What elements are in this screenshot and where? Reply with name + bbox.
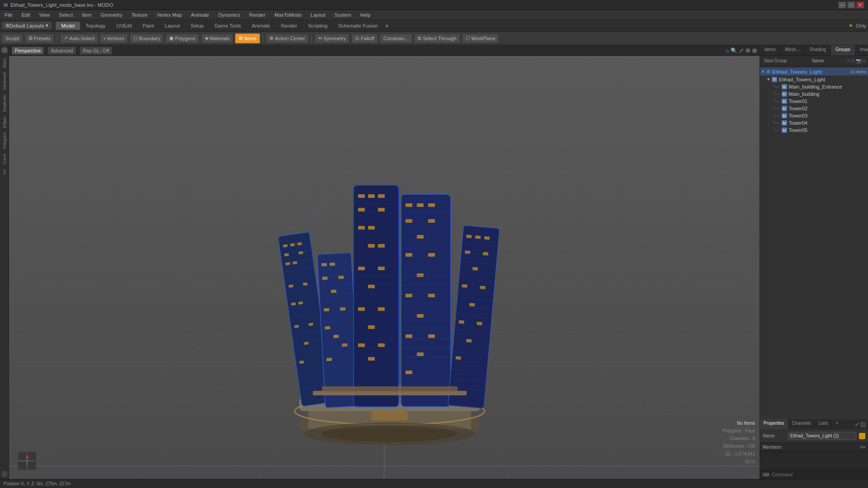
tab-setup[interactable]: Setup	[185, 22, 209, 30]
prop-tab-add[interactable]: +	[832, 419, 842, 429]
tree-group-header[interactable]: ▾ ⊞ Etihad_Towers_Light 21 Items	[760, 68, 868, 75]
left-tab-advanced[interactable]: Advanced	[1, 70, 8, 92]
menu-item[interactable]: Item	[80, 11, 93, 19]
tab-images[interactable]: Images	[855, 45, 868, 56]
left-tab-basic[interactable]: Basic	[1, 56, 8, 70]
viewport-settings-icon[interactable]: ⚙	[745, 47, 750, 54]
menu-help[interactable]: Help	[359, 11, 373, 19]
prop-tab-channels[interactable]: Channels	[788, 419, 815, 429]
panel-icon-1[interactable]: □	[848, 58, 850, 63]
menu-animate[interactable]: Animate	[189, 11, 211, 19]
tab-render[interactable]: Render	[275, 22, 302, 30]
vertices-button[interactable]: • Vertices	[100, 33, 128, 43]
name-prop-yellow-button[interactable]	[859, 433, 865, 439]
svg-text:Y: Y	[26, 452, 28, 454]
menu-vertex-map[interactable]: Vertex Map	[155, 11, 184, 19]
select-through-button[interactable]: ⧉ Select Through	[414, 33, 460, 43]
viewport[interactable]: Perspective Advanced Ray GL: Off ⌂ 🔍 ⤢ ⚙…	[9, 45, 760, 479]
tab-model[interactable]: Model	[56, 22, 80, 30]
tree-item-tower04[interactable]: └─ M Tower04	[760, 119, 868, 127]
advanced-button[interactable]: Advanced	[47, 47, 76, 55]
left-tab-polygons[interactable]: Polygons	[1, 131, 8, 151]
boundary-button[interactable]: ◻ Boundary	[130, 33, 164, 43]
item-type-icon-3: M	[782, 91, 787, 97]
viewport-grid-icon[interactable]: ⊞	[752, 47, 757, 54]
left-tab-deform[interactable]	[4, 322, 5, 325]
menu-select[interactable]: Select	[57, 11, 75, 19]
minimize-button[interactable]: —	[838, 1, 846, 9]
prop-tab-lists[interactable]: Lists	[815, 419, 832, 429]
scene-tree[interactable]: ▾ ⊞ Etihad_Towers_Light 21 Items ▾ G Eti…	[760, 66, 868, 419]
left-tab-uv[interactable]: UV	[1, 167, 8, 177]
tab-layout[interactable]: Layout	[160, 22, 185, 30]
prop-collapse-icon[interactable]: ⬛	[860, 422, 866, 427]
left-panel-toggle[interactable]	[1, 47, 8, 53]
tab-topology[interactable]: Topology	[80, 22, 111, 30]
left-panel-collapse[interactable]	[1, 471, 8, 477]
viewport-zoom-icon[interactable]: ⤢	[739, 47, 744, 54]
presets-button[interactable]: ⊞ Presets	[25, 33, 54, 43]
tab-mesh[interactable]: Mesh...	[780, 45, 805, 56]
new-group-button[interactable]: New Group	[763, 58, 788, 64]
menu-layout[interactable]: Layout	[309, 11, 327, 19]
symmetry-button[interactable]: ⇔ Symmetry	[315, 33, 350, 43]
tab-animate[interactable]: Animate	[246, 22, 275, 30]
viewport-search-icon[interactable]: 🔍	[731, 47, 737, 54]
maximize-button[interactable]: □	[847, 1, 855, 9]
viewport-3d[interactable]: Y -Y -X X No Items Polygons : Face Chann…	[9, 45, 760, 479]
menu-geometry[interactable]: Geometry	[99, 11, 124, 19]
left-tab-edges[interactable]: Edges	[1, 115, 8, 130]
menu-view[interactable]: View	[38, 11, 52, 19]
panel-icon-2[interactable]: □	[852, 58, 854, 63]
prop-tab-properties[interactable]: Properties	[760, 419, 788, 429]
sculpt-button[interactable]: Sculpt	[2, 33, 23, 43]
perspective-button[interactable]: Perspective	[12, 47, 44, 55]
tree-item-tower01[interactable]: └─ M Tower01	[760, 98, 868, 105]
prop-expand-icon[interactable]: ⤢	[855, 422, 859, 427]
menu-system[interactable]: System	[333, 11, 353, 19]
menu-edit[interactable]: Edit	[20, 11, 32, 19]
panel-icon-4[interactable]: □	[863, 58, 865, 63]
falloff-button[interactable]: ◎ Falloff	[351, 33, 378, 43]
name-prop-label: Name	[763, 433, 785, 438]
tab-items[interactable]: Items	[760, 45, 780, 56]
tree-item-entrance[interactable]: └─ M Main_building_Entrance	[760, 83, 868, 90]
tab-game-tools[interactable]: Game Tools	[209, 22, 247, 30]
left-tab-curve[interactable]: Curve	[1, 152, 8, 166]
tab-groups[interactable]: Groups	[831, 45, 855, 56]
default-layouts-dropdown[interactable]: ⊞ Default Layouts ▾	[2, 22, 52, 29]
tree-item-etihad-light[interactable]: ▾ G Etihad_Towers_Light	[760, 75, 868, 83]
tab-schematic-fusion[interactable]: Schematic Fusion	[333, 22, 383, 30]
menu-render[interactable]: Render	[247, 11, 267, 19]
tab-shading[interactable]: Shading	[805, 45, 831, 56]
command-input[interactable]	[772, 472, 865, 477]
tree-item-tower03[interactable]: └─ M Tower03	[760, 112, 868, 119]
ray-gl-button[interactable]: Ray GL: Off	[80, 47, 112, 55]
menu-texture[interactable]: Texture	[130, 11, 150, 19]
menu-dynamics[interactable]: Dynamics	[217, 11, 242, 19]
constrain-button[interactable]: Constrain...	[380, 33, 412, 43]
materials-button[interactable]: ◈ Materials	[201, 33, 234, 43]
viewport-home-icon[interactable]: ⌂	[726, 47, 729, 54]
workplane-button[interactable]: ⬡ WorkPlane	[462, 33, 500, 43]
panel-icon-3[interactable]: 📷	[856, 58, 861, 63]
action-center-label: Action Center	[275, 36, 305, 41]
polygons-label: Polygons	[175, 36, 195, 41]
polygons-button[interactable]: ▣ Polygons	[165, 33, 199, 43]
auto-select-button[interactable]: ↗ Auto Select	[60, 33, 98, 43]
action-center-button[interactable]: ⊕ Action Center	[266, 33, 309, 43]
members-right-arrows[interactable]: >>	[860, 445, 865, 450]
tree-item-tower05[interactable]: └─ M Tower05	[760, 127, 868, 134]
add-layout-tab-button[interactable]: +	[383, 22, 391, 29]
name-prop-input[interactable]	[788, 432, 856, 440]
tree-item-tower02[interactable]: └─ M Tower02	[760, 105, 868, 112]
menu-file[interactable]: File	[3, 11, 14, 19]
left-tab-duplicate[interactable]: Duplicate	[1, 93, 8, 114]
close-button[interactable]: ✕	[856, 1, 864, 9]
tab-paint[interactable]: Paint	[137, 22, 160, 30]
tab-uvedit[interactable]: UVEdit	[111, 22, 137, 30]
menu-maxtomode[interactable]: MaxToModo	[273, 11, 303, 19]
tab-scripting[interactable]: Scripting	[303, 22, 333, 30]
items-button[interactable]: ⊞ Items	[235, 33, 260, 43]
tree-item-main-building[interactable]: └─ M Main_building	[760, 90, 868, 98]
